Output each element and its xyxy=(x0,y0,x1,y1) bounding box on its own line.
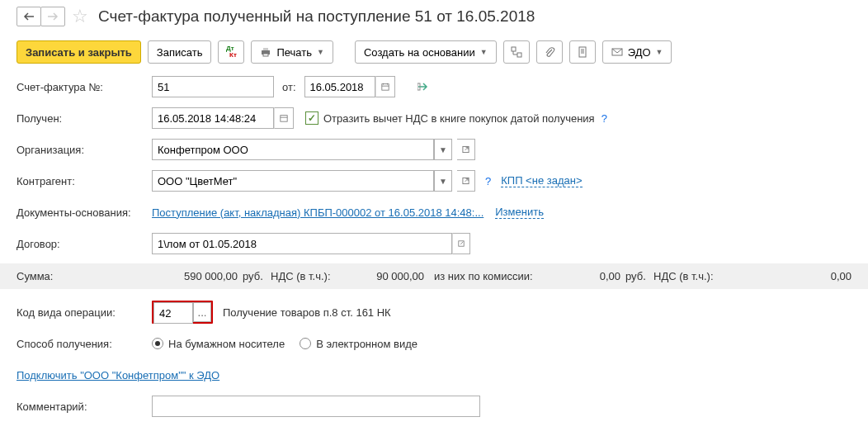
vat2-label: НДС (в т.ч.): xyxy=(653,270,724,282)
counterparty-open-button[interactable] xyxy=(457,170,475,192)
received-label: Получен: xyxy=(17,112,152,125)
edo-button[interactable]: ЭДО ▼ xyxy=(602,40,672,64)
counterparty-dropdown-button[interactable]: ▼ xyxy=(434,170,452,192)
paperclip-icon xyxy=(544,46,555,58)
kpp-link[interactable]: КПП <не задан> xyxy=(501,174,582,187)
printer-icon xyxy=(260,46,271,58)
document-button[interactable] xyxy=(569,40,596,64)
nav-back-button[interactable] xyxy=(17,7,41,26)
help-icon-2[interactable]: ? xyxy=(485,175,491,187)
arrow-right-icon xyxy=(417,82,429,92)
chevron-down-icon: ▼ xyxy=(656,48,663,56)
document-icon xyxy=(577,46,588,58)
structure-icon xyxy=(511,46,522,58)
svg-rect-5 xyxy=(579,47,586,57)
attachment-button[interactable] xyxy=(536,40,563,64)
currency-2: руб. xyxy=(620,270,653,282)
basis-link[interactable]: Поступление (акт, накладная) КПБП-000002… xyxy=(152,206,484,219)
svg-rect-1 xyxy=(263,48,268,50)
extra-action-button[interactable] xyxy=(410,75,436,98)
currency: руб. xyxy=(238,270,271,282)
connect-edo-link[interactable]: Подключить "ООО "Конфетпром"" к ЭДО xyxy=(17,369,219,382)
op-code-select-button[interactable]: ... xyxy=(193,302,211,322)
org-label: Организация: xyxy=(17,144,152,156)
org-open-button[interactable] xyxy=(457,139,475,160)
page-title: Счет-фактура полученный на поступление 5… xyxy=(98,7,535,26)
chevron-down-icon: ▼ xyxy=(480,48,488,56)
sum-value: 590 000,00 xyxy=(152,270,238,282)
svg-rect-3 xyxy=(512,47,516,51)
help-icon[interactable]: ? xyxy=(601,112,607,125)
vat2-value: 0,00 xyxy=(724,270,851,282)
commission-value: 0,00 xyxy=(545,270,620,282)
structure-button[interactable] xyxy=(503,40,530,64)
basis-label: Документы-основания: xyxy=(17,206,152,219)
from-label: от: xyxy=(282,81,296,93)
counterparty-input[interactable] xyxy=(152,170,434,192)
save-close-button[interactable]: Записать и закрыть xyxy=(17,40,141,64)
org-input[interactable] xyxy=(152,139,434,160)
org-dropdown-button[interactable]: ▼ xyxy=(434,139,452,160)
vat-label: НДС (в т.ч.): xyxy=(271,270,342,282)
calendar-icon xyxy=(280,113,288,123)
commission-label: из них по комиссии: xyxy=(424,270,545,282)
received-input[interactable] xyxy=(152,107,274,129)
mode-paper-radio[interactable]: На бумажном носителе xyxy=(152,338,285,350)
change-link[interactable]: Изменить xyxy=(495,206,544,219)
open-icon xyxy=(462,177,469,185)
vat-checkbox[interactable]: ✓ Отразить вычет НДС в книге покупок дат… xyxy=(305,111,595,125)
calendar-button-2[interactable] xyxy=(274,107,294,129)
comment-label: Комментарий: xyxy=(17,400,152,413)
save-button[interactable]: Записать xyxy=(148,40,212,64)
sum-label: Сумма: xyxy=(17,270,152,282)
contract-open-button[interactable] xyxy=(452,233,470,254)
receive-mode-label: Способ получения: xyxy=(17,338,152,350)
svg-rect-4 xyxy=(517,53,521,57)
op-code-input[interactable] xyxy=(153,302,193,324)
check-icon: ✓ xyxy=(305,111,318,125)
favorite-star-icon[interactable]: ☆ xyxy=(72,6,88,27)
counterparty-label: Контрагент: xyxy=(17,175,152,187)
edo-icon xyxy=(611,46,623,58)
dtkt-icon: ДтКт xyxy=(226,45,237,59)
contract-label: Договор: xyxy=(17,238,152,250)
print-button[interactable]: Печать ▼ xyxy=(251,40,333,64)
svg-rect-15 xyxy=(281,116,287,122)
svg-rect-2 xyxy=(263,54,268,56)
radio-checked-icon xyxy=(152,338,163,349)
svg-rect-10 xyxy=(381,84,388,91)
nav-forward-button[interactable] xyxy=(40,7,65,26)
invoice-date-input[interactable] xyxy=(304,76,375,97)
open-icon xyxy=(458,239,465,248)
radio-icon xyxy=(300,338,311,349)
dtkt-button[interactable]: ДтКт xyxy=(218,40,244,64)
chevron-down-icon: ▼ xyxy=(317,48,324,56)
calendar-button[interactable] xyxy=(375,76,395,97)
comment-input[interactable] xyxy=(152,396,480,417)
invoice-no-input[interactable] xyxy=(152,76,274,97)
mode-electronic-radio[interactable]: В электронном виде xyxy=(300,338,417,350)
op-code-label: Код вида операции: xyxy=(17,306,152,319)
contract-input[interactable] xyxy=(152,233,452,254)
invoice-no-label: Счет-фактура №: xyxy=(17,81,152,93)
vat-value: 90 000,00 xyxy=(342,270,424,282)
open-icon xyxy=(462,145,469,154)
create-based-button[interactable]: Создать на основании ▼ xyxy=(355,40,497,64)
op-code-desc: Получение товаров п.8 ст. 161 НК xyxy=(223,306,391,319)
calendar-icon xyxy=(381,82,389,92)
